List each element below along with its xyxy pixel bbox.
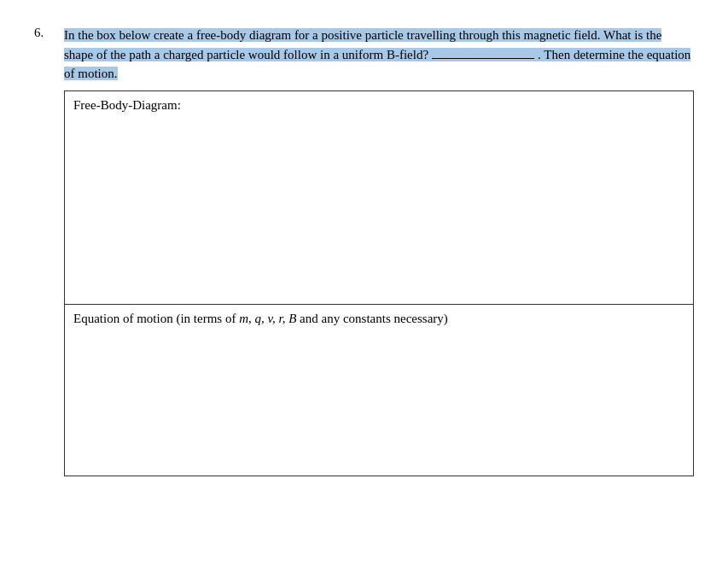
equation-section: Equation of motion (in terms of m, q, v,… bbox=[65, 305, 693, 476]
equation-label: Equation of motion (in terms of m, q, v,… bbox=[73, 312, 684, 326]
answer-box: Free-Body-Diagram: Equation of motion (i… bbox=[64, 90, 694, 476]
equation-vars: m, q, v, r, B bbox=[239, 312, 296, 325]
question-number: 6. bbox=[34, 26, 64, 476]
question-content: In the box below create a free-body diag… bbox=[64, 26, 694, 476]
question-6: 6. In the box below create a free-body d… bbox=[34, 26, 694, 476]
blank-field[interactable] bbox=[432, 58, 534, 59]
equation-label-prefix: Equation of motion (in terms of bbox=[73, 312, 239, 325]
question-text: In the box below create a free-body diag… bbox=[64, 26, 694, 84]
diagram-label: Free-Body-Diagram: bbox=[73, 98, 684, 113]
equation-label-suffix: and any constants necessary) bbox=[296, 312, 447, 325]
diagram-section: Free-Body-Diagram: bbox=[65, 91, 693, 305]
